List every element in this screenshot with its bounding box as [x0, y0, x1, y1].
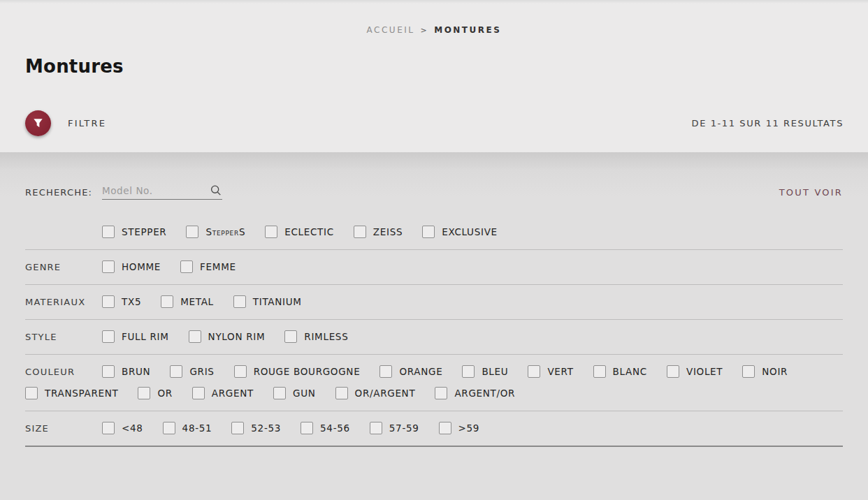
checkbox-option[interactable]: VIOLET [667, 365, 723, 378]
checkbox-option[interactable]: StepperS [186, 226, 245, 238]
checkbox-box[interactable] [422, 226, 435, 238]
checkbox-box[interactable] [528, 365, 540, 378]
checkbox-box[interactable] [273, 387, 286, 399]
results-count: DE 1-11 SUR 11 RESULTATS [692, 118, 844, 128]
checkbox-option[interactable]: 57-59 [370, 422, 419, 434]
checkbox-box[interactable] [170, 365, 182, 378]
checkbox-box[interactable] [102, 260, 115, 273]
checkbox-option[interactable]: <48 [102, 422, 143, 434]
checkbox-option[interactable]: TX5 [102, 295, 141, 308]
checkbox-option[interactable]: ECLECTIC [265, 226, 334, 238]
checkbox-box[interactable] [435, 387, 447, 399]
filter-bar: FILTRE DE 1-11 SUR 11 RESULTATS [25, 110, 844, 136]
checkbox-box[interactable] [189, 330, 201, 343]
checkbox-option[interactable]: 54-56 [301, 422, 350, 434]
filter-group-couleur: COULEURBRUNGRISROUGE BOURGOGNEORANGEBLEU… [25, 355, 843, 411]
checkbox-box[interactable] [742, 365, 755, 378]
checkbox-option[interactable]: VERT [528, 365, 573, 378]
checkbox-label: BLEU [482, 366, 508, 377]
checkbox-box[interactable] [102, 330, 115, 343]
checkbox-label: VIOLET [686, 366, 723, 377]
checkbox-box[interactable] [284, 330, 297, 343]
checkbox-option[interactable]: ZEISS [354, 226, 403, 238]
filter-panel: RECHERCHE: TOUT VOIR STEPPERStepperSECLE… [0, 152, 868, 500]
checkbox-option[interactable]: NYLON RIM [189, 330, 266, 343]
checkbox-box[interactable] [370, 422, 382, 434]
checkbox-label: ROUGE BOURGOGNE [254, 366, 361, 377]
checkbox-box[interactable] [379, 365, 392, 378]
checkbox-option[interactable]: 52-53 [231, 422, 281, 434]
checkbox-box[interactable] [231, 422, 244, 434]
filter-group-label-style: STYLE [25, 332, 102, 342]
checkbox-option[interactable]: BLANC [593, 365, 647, 378]
checkbox-label: STEPPER [122, 226, 166, 237]
breadcrumb-montures: MONTURES [434, 25, 501, 35]
checkbox-box[interactable] [186, 226, 198, 238]
checkbox-box[interactable] [233, 295, 246, 308]
checkbox-option[interactable]: >59 [439, 422, 480, 434]
checkbox-box[interactable] [180, 260, 193, 273]
page-header: ACCUEIL>MONTURES Montures FILTRE DE 1-11… [0, 0, 868, 152]
checkbox-option[interactable]: METAL [161, 295, 214, 308]
checkbox-option[interactable]: GRIS [170, 365, 214, 378]
checkbox-option[interactable]: ARGENT [192, 387, 254, 399]
filter-button[interactable] [25, 110, 51, 136]
checkbox-box[interactable] [354, 226, 366, 238]
checkbox-option[interactable]: TRANSPARENT [25, 387, 118, 399]
checkbox-box[interactable] [138, 387, 150, 399]
search-input[interactable] [102, 185, 203, 196]
checkbox-box[interactable] [265, 226, 277, 238]
checkbox-option[interactable]: OR [138, 387, 172, 399]
filter-group-label-size: SIZE [25, 423, 102, 434]
checkbox-label: TRANSPARENT [45, 388, 118, 399]
checkbox-option[interactable]: FULL RIM [102, 330, 169, 343]
checkbox-box[interactable] [163, 422, 175, 434]
checkbox-option[interactable]: NOIR [742, 365, 788, 378]
checkbox-label: ORANGE [399, 366, 442, 377]
checkbox-label: NYLON RIM [208, 331, 266, 342]
checkbox-option[interactable]: RIMLESS [284, 330, 348, 343]
checkbox-option[interactable]: STEPPER [102, 226, 166, 238]
checkbox-box[interactable] [439, 422, 451, 434]
checkbox-label: GRIS [189, 366, 214, 377]
checkbox-box[interactable] [301, 422, 313, 434]
filter-group-marques: STEPPERStepperSECLECTICZEISSEXCLUSIVE [25, 215, 843, 250]
checkbox-option[interactable]: FEMME [180, 260, 236, 273]
checkbox-option[interactable]: ARGENT/OR [435, 387, 515, 399]
checkbox-label: RIMLESS [304, 331, 348, 342]
checkbox-option[interactable]: ROUGE BOURGOGNE [234, 365, 361, 378]
breadcrumb: ACCUEIL>MONTURES [25, 0, 843, 35]
checkbox-label: NOIR [762, 366, 788, 377]
checkbox-box[interactable] [335, 387, 348, 399]
checkbox-option[interactable]: OR/ARGENT [335, 387, 416, 399]
breadcrumb-separator: > [420, 26, 428, 35]
checkbox-option[interactable]: BRUN [102, 365, 150, 378]
checkbox-option[interactable]: 48-51 [163, 422, 212, 434]
checkbox-box[interactable] [462, 365, 475, 378]
checkbox-option[interactable]: TITANIUM [233, 295, 302, 308]
filter-group-style: STYLEFULL RIMNYLON RIMRIMLESS [25, 320, 843, 355]
breadcrumb-accueil[interactable]: ACCUEIL [367, 25, 415, 35]
checkbox-option[interactable]: GUN [273, 387, 316, 399]
checkbox-box[interactable] [102, 295, 115, 308]
checkbox-box[interactable] [102, 226, 115, 238]
checkbox-option[interactable]: EXCLUSIVE [422, 226, 498, 238]
checkbox-box[interactable] [102, 422, 115, 434]
checkbox-box[interactable] [234, 365, 247, 378]
checkbox-option[interactable]: BLEU [462, 365, 508, 378]
see-all-link[interactable]: TOUT VOIR [779, 187, 843, 198]
checkbox-option[interactable]: ORANGE [379, 365, 442, 378]
checkbox-box[interactable] [102, 365, 115, 378]
checkbox-box[interactable] [593, 365, 606, 378]
filter-group-materiaux: MATERIAUXTX5METALTITANIUM [25, 285, 843, 320]
magnifier-icon[interactable] [210, 184, 222, 197]
checkbox-label: TX5 [122, 296, 141, 307]
checkbox-box[interactable] [667, 365, 679, 378]
checkbox-box[interactable] [161, 295, 173, 308]
checkbox-label: <48 [122, 422, 143, 434]
checkbox-label: OR/ARGENT [355, 388, 416, 399]
checkbox-option[interactable]: HOMME [102, 260, 161, 273]
checkbox-box[interactable] [25, 387, 38, 399]
checkbox-label: >59 [458, 422, 480, 434]
checkbox-box[interactable] [192, 387, 205, 399]
